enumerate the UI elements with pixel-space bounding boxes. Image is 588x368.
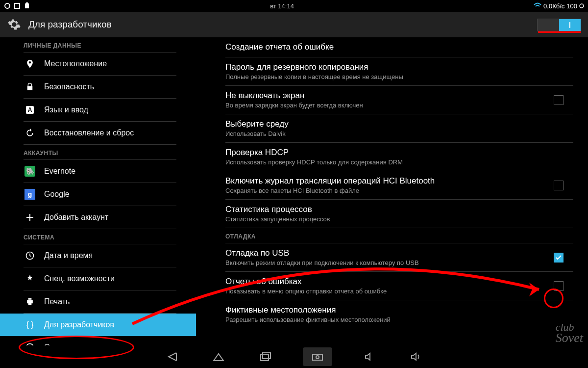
item-stay-awake[interactable]: Не выключать экран Во время зарядки экра… bbox=[225, 86, 588, 114]
item-bug-report[interactable]: Создание отчета об ошибке bbox=[225, 37, 588, 57]
sidebar-label: Google bbox=[44, 190, 70, 199]
clipboard-icon bbox=[24, 2, 30, 9]
circle-icon bbox=[4, 2, 11, 9]
restore-icon bbox=[24, 127, 36, 139]
sidebar-item-evernote[interactable]: 🐘 Evernote bbox=[0, 160, 196, 183]
sidebar-label: Язык и ввод bbox=[44, 105, 88, 114]
section-personal: ЛИЧНЫЕ ДАННЫЕ bbox=[0, 37, 196, 52]
item-mock-locations[interactable]: Фиктивные местоположения Разрешить испол… bbox=[225, 300, 588, 328]
sidebar-item-add-account[interactable]: Добавить аккаунт bbox=[0, 206, 196, 229]
sidebar-item-security[interactable]: Безопасность bbox=[0, 76, 196, 98]
developer-options-toggle[interactable] bbox=[537, 19, 581, 31]
status-battery: 100 bbox=[566, 2, 577, 10]
svg-text:{ }: { } bbox=[26, 320, 34, 329]
section-system: СИСТЕМА bbox=[0, 229, 196, 244]
sidebar-item-about[interactable]: О планшете bbox=[0, 336, 196, 345]
svg-rect-11 bbox=[263, 353, 270, 359]
evernote-icon: 🐘 bbox=[24, 165, 36, 178]
svg-point-4 bbox=[580, 4, 584, 8]
item-usb-debugging[interactable]: Отладка по USB Включить режим отладки пр… bbox=[225, 243, 588, 271]
square-icon bbox=[14, 2, 21, 9]
stay-awake-checkbox[interactable] bbox=[554, 95, 564, 105]
nav-back-button[interactable] bbox=[162, 349, 181, 364]
sidebar-item-backup-reset[interactable]: Восстановление и сброс bbox=[0, 122, 196, 144]
svg-rect-3 bbox=[26, 2, 28, 4]
hand-icon bbox=[24, 272, 36, 285]
battery-icon bbox=[579, 2, 584, 9]
google-icon: g bbox=[24, 188, 36, 201]
sidebar-label: Безопасность bbox=[44, 82, 94, 91]
svg-text:A: A bbox=[28, 106, 32, 113]
navigation-bar bbox=[0, 345, 588, 368]
sidebar-label: Спец. возможности bbox=[44, 274, 115, 283]
sidebar-item-google[interactable]: g Google bbox=[0, 183, 196, 206]
developer-options-panel: Создание отчета об ошибке Пароль для рез… bbox=[196, 37, 588, 345]
nav-home-button[interactable] bbox=[209, 349, 228, 364]
status-left bbox=[4, 2, 30, 9]
sidebar-label: Дата и время bbox=[44, 251, 93, 260]
plus-icon bbox=[24, 211, 36, 224]
svg-point-13 bbox=[316, 356, 319, 359]
nav-recent-button[interactable] bbox=[256, 349, 275, 364]
item-backup-password[interactable]: Пароль для резервного копирования Полные… bbox=[225, 57, 588, 85]
item-bug-report-shortcut[interactable]: Отчеты об ошибках Показывать в меню опци… bbox=[225, 272, 588, 300]
braces-icon: { } bbox=[24, 318, 36, 331]
status-time: вт 14:14 bbox=[30, 2, 534, 10]
bug-report-checkbox[interactable] bbox=[554, 281, 564, 291]
usb-debugging-checkbox[interactable] bbox=[554, 253, 564, 263]
settings-sidebar: ЛИЧНЫЕ ДАННЫЕ Местоположение Безопасност… bbox=[0, 37, 196, 345]
sidebar-label: Для разработчиков bbox=[44, 320, 114, 329]
sidebar-item-date-time[interactable]: Дата и время bbox=[0, 244, 196, 267]
hci-checkbox[interactable] bbox=[554, 181, 564, 190]
section-accounts: АККАУНТЫ bbox=[0, 145, 196, 159]
lock-icon bbox=[24, 80, 36, 93]
language-icon: A bbox=[24, 104, 36, 116]
item-hci-snoop-log[interactable]: Включить журнал трансляции операций HCI … bbox=[225, 171, 588, 199]
status-bar: вт 14:14 0,0Кб/с 100 bbox=[0, 0, 588, 12]
svg-point-0 bbox=[5, 3, 10, 8]
item-select-runtime[interactable]: Выберите среду Использовать Dalvik bbox=[225, 114, 588, 142]
nav-volume-down-button[interactable] bbox=[360, 349, 379, 364]
header-title: Для разработчиков bbox=[28, 19, 112, 30]
info-icon bbox=[24, 341, 36, 345]
sidebar-item-language[interactable]: A Язык и ввод bbox=[0, 99, 196, 121]
status-right: 0,0Кб/с 100 bbox=[534, 2, 584, 10]
wifi-icon bbox=[534, 2, 541, 9]
sidebar-label: Местоположение bbox=[44, 59, 107, 68]
sidebar-label: Восстановление и сброс bbox=[44, 129, 134, 137]
annotation-underline bbox=[538, 31, 581, 33]
status-net: 0,0Кб/с bbox=[543, 2, 564, 10]
item-hdcp-checking[interactable]: Проверка HDCP Использовать проверку HDCP… bbox=[225, 143, 588, 171]
sidebar-item-location[interactable]: Местоположение bbox=[0, 53, 196, 75]
sidebar-label: Добавить аккаунт bbox=[44, 213, 108, 222]
svg-rect-10 bbox=[261, 355, 269, 361]
sidebar-item-developer-options[interactable]: { } Для разработчиков bbox=[0, 314, 196, 336]
sidebar-item-printing[interactable]: Печать bbox=[0, 290, 196, 313]
settings-header: Для разработчиков bbox=[0, 12, 588, 37]
svg-rect-1 bbox=[15, 3, 20, 8]
sidebar-label: Evernote bbox=[44, 167, 75, 176]
watermark: club Sovet bbox=[556, 322, 583, 343]
location-icon bbox=[24, 57, 36, 70]
svg-rect-12 bbox=[313, 354, 322, 360]
section-debugging: ОТЛАДКА bbox=[225, 228, 588, 243]
print-icon bbox=[24, 295, 36, 308]
item-process-stats[interactable]: Статистика процессов Статистика запущенн… bbox=[225, 200, 588, 228]
nav-volume-up-button[interactable] bbox=[407, 349, 426, 364]
settings-gear-icon bbox=[7, 17, 22, 32]
sidebar-label: Печать bbox=[44, 297, 70, 306]
svg-rect-2 bbox=[25, 3, 29, 8]
clock-icon bbox=[24, 249, 36, 262]
sidebar-item-accessibility[interactable]: Спец. возможности bbox=[0, 267, 196, 290]
nav-screenshot-button[interactable] bbox=[303, 347, 332, 366]
